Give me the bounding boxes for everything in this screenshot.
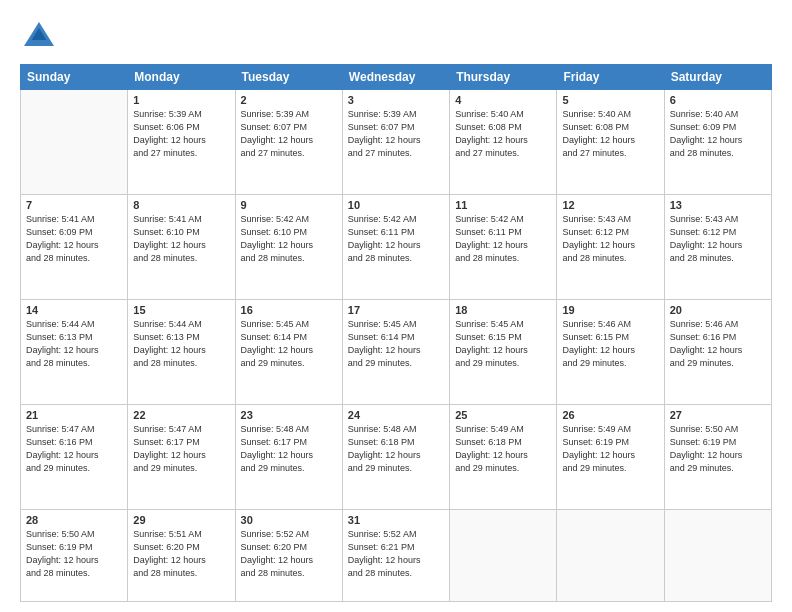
calendar-cell: 1Sunrise: 5:39 AM Sunset: 6:06 PM Daylig…: [128, 90, 235, 195]
calendar-cell: 10Sunrise: 5:42 AM Sunset: 6:11 PM Dayli…: [342, 195, 449, 300]
calendar-week-3: 14Sunrise: 5:44 AM Sunset: 6:13 PM Dayli…: [21, 300, 772, 405]
day-number: 25: [455, 409, 551, 421]
day-number: 27: [670, 409, 766, 421]
day-info: Sunrise: 5:41 AM Sunset: 6:09 PM Dayligh…: [26, 213, 122, 265]
day-info: Sunrise: 5:43 AM Sunset: 6:12 PM Dayligh…: [670, 213, 766, 265]
header-friday: Friday: [557, 65, 664, 90]
calendar-cell: 30Sunrise: 5:52 AM Sunset: 6:20 PM Dayli…: [235, 510, 342, 602]
day-number: 3: [348, 94, 444, 106]
calendar-cell: [21, 90, 128, 195]
day-info: Sunrise: 5:43 AM Sunset: 6:12 PM Dayligh…: [562, 213, 658, 265]
day-info: Sunrise: 5:45 AM Sunset: 6:14 PM Dayligh…: [348, 318, 444, 370]
day-number: 14: [26, 304, 122, 316]
calendar-cell: 29Sunrise: 5:51 AM Sunset: 6:20 PM Dayli…: [128, 510, 235, 602]
day-number: 4: [455, 94, 551, 106]
day-info: Sunrise: 5:48 AM Sunset: 6:18 PM Dayligh…: [348, 423, 444, 475]
calendar-header-row: SundayMondayTuesdayWednesdayThursdayFrid…: [21, 65, 772, 90]
day-info: Sunrise: 5:42 AM Sunset: 6:10 PM Dayligh…: [241, 213, 337, 265]
day-info: Sunrise: 5:44 AM Sunset: 6:13 PM Dayligh…: [133, 318, 229, 370]
day-number: 13: [670, 199, 766, 211]
day-number: 6: [670, 94, 766, 106]
calendar-table: SundayMondayTuesdayWednesdayThursdayFrid…: [20, 64, 772, 602]
day-info: Sunrise: 5:46 AM Sunset: 6:16 PM Dayligh…: [670, 318, 766, 370]
day-info: Sunrise: 5:42 AM Sunset: 6:11 PM Dayligh…: [455, 213, 551, 265]
day-number: 10: [348, 199, 444, 211]
day-number: 24: [348, 409, 444, 421]
day-info: Sunrise: 5:46 AM Sunset: 6:15 PM Dayligh…: [562, 318, 658, 370]
day-number: 16: [241, 304, 337, 316]
day-number: 19: [562, 304, 658, 316]
day-number: 28: [26, 514, 122, 526]
calendar-cell: 8Sunrise: 5:41 AM Sunset: 6:10 PM Daylig…: [128, 195, 235, 300]
calendar-cell: 23Sunrise: 5:48 AM Sunset: 6:17 PM Dayli…: [235, 405, 342, 510]
svg-rect-2: [28, 40, 50, 46]
day-info: Sunrise: 5:40 AM Sunset: 6:09 PM Dayligh…: [670, 108, 766, 160]
day-number: 1: [133, 94, 229, 106]
calendar-cell: 12Sunrise: 5:43 AM Sunset: 6:12 PM Dayli…: [557, 195, 664, 300]
calendar-cell: 5Sunrise: 5:40 AM Sunset: 6:08 PM Daylig…: [557, 90, 664, 195]
calendar-week-1: 1Sunrise: 5:39 AM Sunset: 6:06 PM Daylig…: [21, 90, 772, 195]
calendar-cell: 28Sunrise: 5:50 AM Sunset: 6:19 PM Dayli…: [21, 510, 128, 602]
calendar-cell: 19Sunrise: 5:46 AM Sunset: 6:15 PM Dayli…: [557, 300, 664, 405]
calendar-week-4: 21Sunrise: 5:47 AM Sunset: 6:16 PM Dayli…: [21, 405, 772, 510]
day-info: Sunrise: 5:47 AM Sunset: 6:16 PM Dayligh…: [26, 423, 122, 475]
day-info: Sunrise: 5:51 AM Sunset: 6:20 PM Dayligh…: [133, 528, 229, 580]
day-info: Sunrise: 5:52 AM Sunset: 6:21 PM Dayligh…: [348, 528, 444, 580]
day-number: 5: [562, 94, 658, 106]
day-info: Sunrise: 5:50 AM Sunset: 6:19 PM Dayligh…: [26, 528, 122, 580]
day-number: 26: [562, 409, 658, 421]
day-number: 11: [455, 199, 551, 211]
calendar-cell: [450, 510, 557, 602]
header-saturday: Saturday: [664, 65, 771, 90]
day-info: Sunrise: 5:41 AM Sunset: 6:10 PM Dayligh…: [133, 213, 229, 265]
day-info: Sunrise: 5:49 AM Sunset: 6:18 PM Dayligh…: [455, 423, 551, 475]
day-info: Sunrise: 5:48 AM Sunset: 6:17 PM Dayligh…: [241, 423, 337, 475]
calendar-week-5: 28Sunrise: 5:50 AM Sunset: 6:19 PM Dayli…: [21, 510, 772, 602]
header-thursday: Thursday: [450, 65, 557, 90]
day-number: 20: [670, 304, 766, 316]
day-number: 15: [133, 304, 229, 316]
calendar-cell: 2Sunrise: 5:39 AM Sunset: 6:07 PM Daylig…: [235, 90, 342, 195]
day-info: Sunrise: 5:42 AM Sunset: 6:11 PM Dayligh…: [348, 213, 444, 265]
calendar-cell: 26Sunrise: 5:49 AM Sunset: 6:19 PM Dayli…: [557, 405, 664, 510]
day-info: Sunrise: 5:40 AM Sunset: 6:08 PM Dayligh…: [455, 108, 551, 160]
calendar-cell: 13Sunrise: 5:43 AM Sunset: 6:12 PM Dayli…: [664, 195, 771, 300]
calendar-cell: 31Sunrise: 5:52 AM Sunset: 6:21 PM Dayli…: [342, 510, 449, 602]
day-info: Sunrise: 5:39 AM Sunset: 6:06 PM Dayligh…: [133, 108, 229, 160]
calendar-cell: 24Sunrise: 5:48 AM Sunset: 6:18 PM Dayli…: [342, 405, 449, 510]
page: SundayMondayTuesdayWednesdayThursdayFrid…: [0, 0, 792, 612]
day-number: 23: [241, 409, 337, 421]
calendar-cell: 21Sunrise: 5:47 AM Sunset: 6:16 PM Dayli…: [21, 405, 128, 510]
calendar-cell: 25Sunrise: 5:49 AM Sunset: 6:18 PM Dayli…: [450, 405, 557, 510]
day-number: 31: [348, 514, 444, 526]
day-info: Sunrise: 5:44 AM Sunset: 6:13 PM Dayligh…: [26, 318, 122, 370]
day-number: 29: [133, 514, 229, 526]
calendar-cell: 18Sunrise: 5:45 AM Sunset: 6:15 PM Dayli…: [450, 300, 557, 405]
day-info: Sunrise: 5:39 AM Sunset: 6:07 PM Dayligh…: [348, 108, 444, 160]
calendar-cell: 14Sunrise: 5:44 AM Sunset: 6:13 PM Dayli…: [21, 300, 128, 405]
header-wednesday: Wednesday: [342, 65, 449, 90]
day-number: 9: [241, 199, 337, 211]
calendar-cell: 3Sunrise: 5:39 AM Sunset: 6:07 PM Daylig…: [342, 90, 449, 195]
calendar-cell: 9Sunrise: 5:42 AM Sunset: 6:10 PM Daylig…: [235, 195, 342, 300]
day-info: Sunrise: 5:39 AM Sunset: 6:07 PM Dayligh…: [241, 108, 337, 160]
day-number: 30: [241, 514, 337, 526]
day-number: 22: [133, 409, 229, 421]
calendar-cell: 11Sunrise: 5:42 AM Sunset: 6:11 PM Dayli…: [450, 195, 557, 300]
calendar-week-2: 7Sunrise: 5:41 AM Sunset: 6:09 PM Daylig…: [21, 195, 772, 300]
logo-icon: [20, 18, 58, 56]
calendar-cell: 22Sunrise: 5:47 AM Sunset: 6:17 PM Dayli…: [128, 405, 235, 510]
day-info: Sunrise: 5:45 AM Sunset: 6:15 PM Dayligh…: [455, 318, 551, 370]
day-info: Sunrise: 5:49 AM Sunset: 6:19 PM Dayligh…: [562, 423, 658, 475]
calendar-cell: 15Sunrise: 5:44 AM Sunset: 6:13 PM Dayli…: [128, 300, 235, 405]
day-number: 2: [241, 94, 337, 106]
day-info: Sunrise: 5:52 AM Sunset: 6:20 PM Dayligh…: [241, 528, 337, 580]
day-number: 7: [26, 199, 122, 211]
calendar-cell: 20Sunrise: 5:46 AM Sunset: 6:16 PM Dayli…: [664, 300, 771, 405]
calendar-cell: 4Sunrise: 5:40 AM Sunset: 6:08 PM Daylig…: [450, 90, 557, 195]
calendar-cell: [557, 510, 664, 602]
calendar-cell: [664, 510, 771, 602]
day-number: 18: [455, 304, 551, 316]
day-number: 12: [562, 199, 658, 211]
header-monday: Monday: [128, 65, 235, 90]
